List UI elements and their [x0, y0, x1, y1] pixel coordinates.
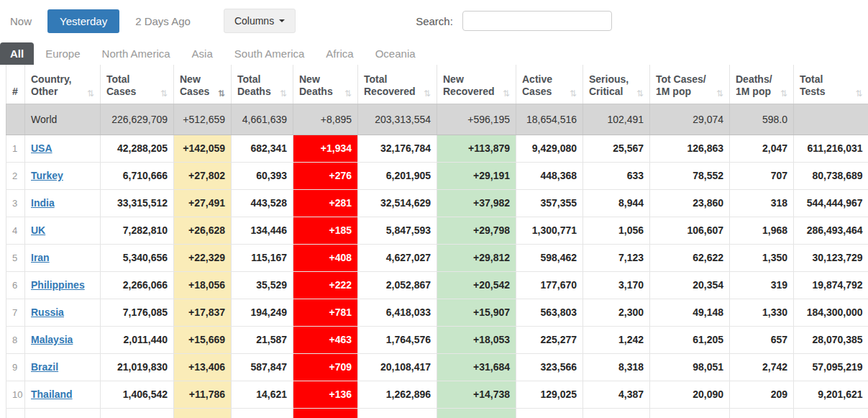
cell-total_cases: 5,340,656 — [101, 244, 174, 271]
cell-new_deaths — [293, 408, 358, 418]
table-row: 1USA42,288,205+142,059682,341+1,93432,17… — [6, 135, 868, 162]
column-header-deaths_1m[interactable]: Deaths/1M pop⇅ — [730, 65, 794, 104]
cell-deaths_1m: 657 — [730, 326, 794, 353]
cell-deaths_1m: 318 — [730, 189, 794, 217]
cell-total_tests: 9,201,621 — [794, 381, 868, 408]
cell-total_cases: 42,288,205 — [101, 135, 174, 162]
cell-new_deaths: +1,934 — [293, 135, 358, 162]
sort-updown-icon: ⇅ — [779, 89, 787, 98]
country-link[interactable]: Turkey — [31, 170, 63, 181]
cell-new_cases — [174, 408, 232, 418]
column-header-country[interactable]: Country,Other⇅ — [25, 65, 101, 104]
cell-total_recovered: 20,108,417 — [358, 353, 437, 381]
cell-new_deaths: +8,895 — [293, 104, 358, 135]
cell-active_cases: 225,277 — [516, 326, 583, 353]
cell-country: Malaysia — [25, 326, 101, 353]
sort-updown-icon: ⇅ — [715, 89, 723, 98]
tab-all[interactable]: All — [0, 42, 34, 65]
column-label: NewCases — [180, 73, 209, 98]
country-link[interactable]: Russia — [31, 306, 64, 318]
country-link[interactable]: UK — [31, 224, 45, 236]
cell-deaths_1m: 2,742 — [730, 353, 794, 381]
cell-new_deaths: +276 — [293, 162, 358, 189]
cell-country: India — [25, 189, 101, 217]
country-link[interactable]: Iran — [31, 252, 50, 263]
column-header-active_cases[interactable]: ActiveCases⇅ — [516, 65, 583, 104]
cell-rank: 6 — [6, 271, 25, 299]
cell-country: Russia — [25, 299, 101, 326]
column-header-tot_cases_1m[interactable]: Tot Cases/1M pop⇅ — [650, 65, 730, 104]
column-label: TotalRecovered — [364, 73, 416, 98]
column-header-total_deaths[interactable]: TotalDeaths⇅ — [232, 65, 293, 104]
cell-serious_critical: 3,170 — [583, 271, 650, 299]
country-link[interactable]: Brazil — [31, 361, 58, 373]
country-link[interactable]: Thailand — [31, 389, 73, 400]
cell-new_recovered: +113,879 — [437, 135, 516, 162]
cell-total_deaths — [232, 408, 293, 418]
cell-new_recovered: +20,542 — [437, 271, 516, 299]
cell-new_deaths: +781 — [293, 299, 358, 326]
table-row: 4UK7,282,810+26,628134,446+1855,847,593+… — [6, 217, 868, 244]
column-header-total_tests[interactable]: TotalTests⇅ — [794, 65, 868, 104]
cell-serious_critical: 633 — [583, 162, 650, 189]
columns-dropdown-label: Columns — [234, 15, 274, 27]
cell-country: Philippines — [25, 271, 101, 299]
cell-total_deaths: 587,847 — [232, 353, 293, 381]
cell-active_cases: 18,654,516 — [516, 104, 583, 135]
tab-africa[interactable]: Africa — [326, 42, 353, 65]
now-button[interactable]: Now — [10, 15, 32, 27]
cell-total_tests: 286,493,464 — [794, 217, 868, 244]
cell-serious_critical: 7,123 — [583, 244, 650, 271]
cell-new_recovered: +37,982 — [437, 189, 516, 217]
tab-asia[interactable]: Asia — [192, 42, 213, 65]
table-row: 5Iran5,340,656+22,329115,167+4084,627,02… — [6, 244, 868, 271]
cell-tot_cases_1m: 126,863 — [650, 135, 730, 162]
region-tabs: AllEuropeNorth AmericaAsiaSouth AmericaA… — [0, 40, 868, 65]
country-link[interactable]: India — [31, 197, 55, 209]
table-row: 9Brazil21,019,830+13,406587,847+70920,10… — [6, 353, 868, 381]
cell-new_cases: +18,056 — [174, 271, 232, 299]
cell-deaths_1m: 1,350 — [730, 244, 794, 271]
tab-europe[interactable]: Europe — [45, 42, 80, 65]
cell-total_deaths: 4,661,639 — [232, 104, 293, 135]
column-header-new_recovered[interactable]: NewRecovered⇅ — [437, 65, 516, 104]
table-row: 3India33,315,512+27,491443,528+28132,514… — [6, 189, 868, 217]
search-label: Search: — [416, 15, 453, 27]
table-row: 10Thailand1,406,542+11,78614,621+1361,26… — [6, 381, 868, 408]
column-label: # — [12, 86, 18, 98]
columns-dropdown-button[interactable]: Columns — [224, 9, 296, 33]
two-days-ago-button[interactable]: 2 Days Ago — [135, 15, 191, 27]
cell-serious_critical: 2,300 — [583, 299, 650, 326]
cell-tot_cases_1m: 49,148 — [650, 299, 730, 326]
column-header-serious_critical[interactable]: Serious,Critical⇅ — [583, 65, 650, 104]
country-link[interactable]: Philippines — [31, 279, 85, 291]
sort-updown-icon: ⇅ — [854, 89, 862, 98]
cell-new_cases: +17,837 — [174, 299, 232, 326]
cell-rank: 3 — [6, 189, 25, 217]
cell-new_deaths: +136 — [293, 381, 358, 408]
table-row — [6, 408, 868, 418]
search-input[interactable] — [462, 11, 612, 31]
cell-rank: 10 — [6, 381, 25, 408]
cell-deaths_1m — [730, 408, 794, 418]
column-header-total_cases[interactable]: TotalCases⇅ — [101, 65, 174, 104]
tab-south-america[interactable]: South America — [234, 42, 305, 65]
country-link[interactable]: USA — [31, 142, 52, 154]
column-label: NewRecovered — [443, 73, 495, 98]
cell-total_cases: 6,710,666 — [101, 162, 174, 189]
column-header-new_cases[interactable]: NewCases⇅ — [174, 65, 232, 104]
column-header-new_deaths[interactable]: NewDeaths⇅ — [293, 65, 358, 104]
cell-serious_critical: 1,056 — [583, 217, 650, 244]
cell-country: Brazil — [25, 353, 101, 381]
column-label: Tot Cases/1M pop — [656, 73, 706, 98]
yesterday-button[interactable]: Yesterday — [47, 9, 119, 33]
cell-serious_critical: 1,242 — [583, 326, 650, 353]
country-link[interactable]: Malaysia — [31, 334, 73, 345]
tab-oceania[interactable]: Oceania — [375, 42, 416, 65]
cell-new_recovered: +29,798 — [437, 217, 516, 244]
cell-rank — [6, 408, 25, 418]
cell-total_tests: 80,738,689 — [794, 162, 868, 189]
column-header-total_recovered[interactable]: TotalRecovered⇅ — [358, 65, 437, 104]
cell-tot_cases_1m: 98,051 — [650, 353, 730, 381]
tab-north-america[interactable]: North America — [102, 42, 170, 65]
